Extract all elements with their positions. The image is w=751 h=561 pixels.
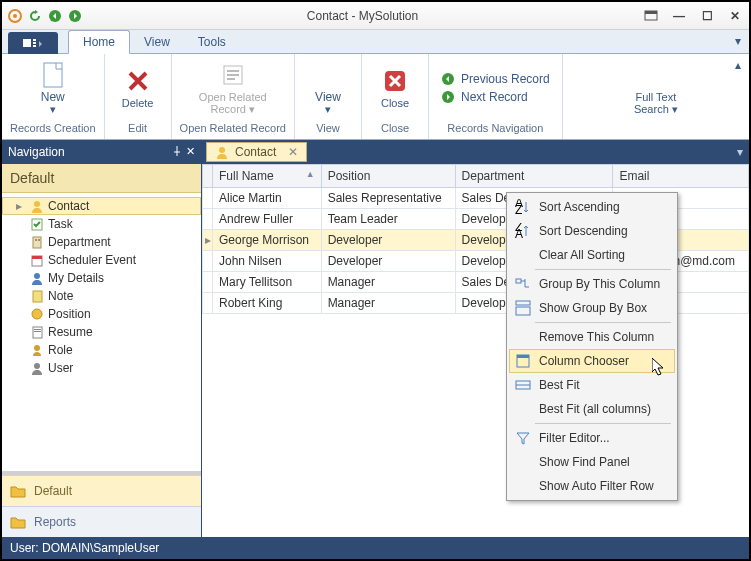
menu-clear-all-sorting[interactable]: Clear All Sorting [509, 243, 675, 267]
content-tab-chevron-icon[interactable]: ▾ [737, 145, 743, 159]
menu-group-by-this-column[interactable]: Group By This Column [509, 272, 675, 296]
nav-header: Navigation ✕ [2, 140, 201, 164]
app-window: Contact - MySolution — ☐ ✕ Home View Too… [0, 0, 751, 561]
next-record-button[interactable]: Next Record [437, 89, 554, 105]
nav-item-role[interactable]: Role [2, 341, 201, 359]
nav-item-resume[interactable]: Resume [2, 323, 201, 341]
statusbar: User: DOMAIN\SampleUser [2, 537, 749, 559]
view-button[interactable]: View▾ [303, 59, 353, 117]
column-context-menu: AZSort AscendingZASort DescendingClear A… [506, 192, 678, 501]
navigation-panel: Navigation ✕ Default ▸ContactTaskDepartm… [2, 140, 202, 537]
svg-rect-21 [35, 239, 37, 241]
nav-item-contact[interactable]: ▸Contact [2, 197, 201, 215]
tab-close-icon[interactable]: ✕ [288, 145, 298, 159]
refresh-icon[interactable] [26, 7, 44, 25]
chooser-icon [515, 353, 531, 369]
prev-record-button[interactable]: Previous Record [437, 71, 554, 87]
svg-rect-40 [516, 307, 530, 315]
sort-asc-icon: AZ [515, 199, 531, 215]
svg-rect-5 [645, 11, 657, 14]
menu-remove-this-column[interactable]: Remove This Column [509, 325, 675, 349]
nav-item-task[interactable]: Task [2, 215, 201, 233]
svg-rect-42 [517, 355, 529, 358]
fulltext-search-button[interactable]: Full TextSearch ▾ [628, 59, 684, 117]
group-fulltext: Full TextSearch ▾ [563, 54, 749, 139]
pin-icon[interactable] [172, 145, 182, 159]
svg-rect-14 [227, 78, 235, 80]
dept-icon [30, 235, 44, 249]
group-icon [515, 276, 531, 292]
ribbon-tabs: Home View Tools ▾ [2, 30, 749, 54]
svg-rect-26 [33, 291, 42, 302]
svg-point-25 [34, 273, 40, 279]
nav-close-icon[interactable]: ✕ [186, 145, 195, 159]
nav-item-my-details[interactable]: My Details [2, 269, 201, 287]
svg-rect-28 [33, 327, 42, 338]
role-icon [30, 343, 44, 357]
menu-sort-descending[interactable]: ZASort Descending [509, 219, 675, 243]
new-button[interactable]: New▾ [28, 59, 78, 117]
tab-view[interactable]: View [130, 31, 184, 53]
menu-filter-editor[interactable]: Filter Editor... [509, 426, 675, 450]
person-icon [215, 145, 229, 159]
svg-rect-8 [33, 42, 36, 44]
titlebar: Contact - MySolution — ☐ ✕ [2, 2, 749, 30]
person-icon [30, 199, 44, 213]
ribbon: ▴ New▾ Records Creation Delete Edit [2, 54, 749, 140]
svg-text:A: A [515, 227, 523, 239]
resume-icon [30, 325, 44, 339]
back-icon[interactable] [46, 7, 64, 25]
tabstrip-chevron-icon[interactable]: ▾ [735, 34, 741, 48]
menu-show-group-by-box[interactable]: Show Group By Box [509, 296, 675, 320]
svg-point-27 [32, 309, 42, 319]
maximize-button[interactable]: ☐ [697, 8, 717, 24]
pos-icon [30, 307, 44, 321]
svg-point-18 [34, 201, 40, 207]
nav-item-note[interactable]: Note [2, 287, 201, 305]
nav-item-department[interactable]: Department [2, 233, 201, 251]
svg-rect-9 [33, 45, 36, 47]
svg-rect-22 [38, 239, 40, 241]
group-edit: Delete Edit [105, 54, 172, 139]
svg-rect-30 [34, 331, 41, 332]
app-icon [6, 7, 24, 25]
col-department[interactable]: Department [455, 165, 613, 188]
filter-icon [515, 430, 531, 446]
groupbox-icon [515, 300, 531, 316]
forward-icon[interactable] [66, 7, 84, 25]
person2-icon [30, 271, 44, 285]
close-record-button[interactable]: Close [370, 65, 420, 111]
pin-icon[interactable] [641, 8, 661, 24]
acc-reports[interactable]: Reports [2, 506, 201, 537]
minimize-button[interactable]: — [669, 8, 689, 24]
tab-home[interactable]: Home [68, 30, 130, 54]
fit-icon [515, 377, 531, 393]
close-button[interactable]: ✕ [725, 8, 745, 24]
menu-best-fit-all-columns[interactable]: Best Fit (all columns) [509, 397, 675, 421]
menu-sort-ascending[interactable]: AZSort Ascending [509, 195, 675, 219]
tab-tools[interactable]: Tools [184, 31, 240, 53]
svg-rect-20 [33, 237, 41, 248]
menu-column-chooser[interactable]: Column Chooser [509, 349, 675, 373]
window-title: Contact - MySolution [84, 9, 641, 23]
nav-item-user[interactable]: User [2, 359, 201, 377]
view-toggle[interactable] [8, 32, 58, 54]
svg-rect-38 [516, 279, 521, 283]
acc-default[interactable]: Default [2, 475, 201, 506]
menu-show-find-panel[interactable]: Show Find Panel [509, 450, 675, 474]
delete-button[interactable]: Delete [113, 65, 163, 111]
col-email[interactable]: Email [613, 165, 749, 188]
nav-item-scheduler-event[interactable]: Scheduler Event [2, 251, 201, 269]
svg-text:Z: Z [515, 203, 522, 215]
col-position[interactable]: Position [321, 165, 455, 188]
content-tab-contact[interactable]: Contact ✕ [206, 142, 307, 162]
svg-rect-12 [227, 70, 239, 72]
svg-point-1 [13, 14, 17, 18]
col-full-name[interactable]: Full Name [213, 165, 322, 188]
menu-show-auto-filter-row[interactable]: Show Auto Filter Row [509, 474, 675, 498]
sched-icon [30, 253, 44, 267]
nav-item-position[interactable]: Position [2, 305, 201, 323]
ribbon-chevron-icon[interactable]: ▴ [735, 58, 741, 72]
svg-rect-24 [32, 256, 42, 259]
menu-best-fit[interactable]: Best Fit [509, 373, 675, 397]
